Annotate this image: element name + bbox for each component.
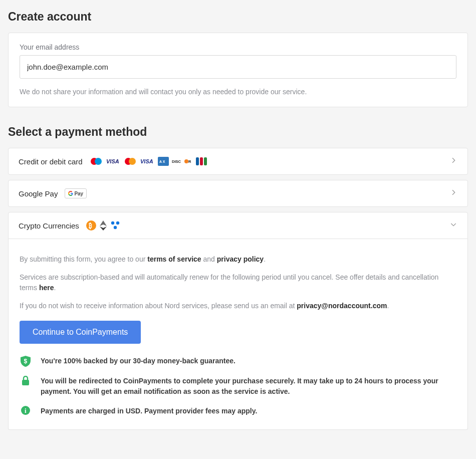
gpay-icon: Pay [65,188,87,198]
svg-rect-22 [22,380,29,385]
payment-option-crypto[interactable]: Crypto Currencies ₿ [8,212,468,239]
payment-option-card[interactable]: Credit or debit card VISA VISA A X [8,148,468,175]
trust-item-redirect: You will be redirected to CoinPayments t… [20,376,456,397]
chevron-down-icon [449,220,457,231]
ripple-icon [110,221,120,230]
svg-text:VISA: VISA [106,158,119,164]
svg-point-1 [95,158,102,165]
payment-option-label: Credit or debit card [19,157,83,166]
payment-method-list: Credit or debit card VISA VISA A X [8,148,468,430]
bitcoin-icon: ₿ [86,221,96,230]
mastercard-icon [124,157,137,166]
svg-text:A X: A X [159,160,165,163]
legal-text-subscription: Services are subscription-based and will… [20,272,456,294]
chevron-right-icon [449,188,457,198]
trust-text: You will be redirected to CoinPayments t… [41,376,456,397]
lock-icon [20,376,32,386]
amex-icon: A X [158,157,169,166]
payment-method-title: Select a payment method [8,125,468,139]
crypto-expanded-body: By submitting this form, you agree to ou… [8,239,468,430]
crypto-icons: ₿ [86,221,120,230]
contact-email-link[interactable]: privacy@nordaccount.com [297,302,387,310]
trust-item-guarantee: $ You're 100% backed by our 30-day money… [20,356,456,367]
svg-text:R: R [188,159,191,164]
svg-marker-17 [100,226,107,231]
svg-point-18 [111,221,114,224]
trust-list: $ You're 100% backed by our 30-day money… [20,356,456,416]
svg-rect-13 [204,157,207,165]
card-brand-icons: VISA VISA A X DISCR [90,157,207,166]
svg-rect-12 [200,157,203,165]
svg-point-9 [184,159,188,163]
legal-text-fragment: If you do not wish to receive informatio… [20,302,297,310]
legal-text-fragment: Services are subscription-based and will… [20,273,438,292]
trust-text-content: Payments are charged in USD. Payment pro… [41,407,257,415]
trust-text: You're 100% backed by our 30-day money-b… [41,356,235,366]
maestro-icon [90,157,103,166]
visa-icon: VISA [106,157,121,166]
email-helper-text: We do not share your information and wil… [20,88,456,96]
legal-text-fragment: By submitting this form, you agree to ou… [20,255,147,263]
legal-text-optout: If you do not wish to receive informatio… [20,301,456,312]
payment-option-label: Google Pay [19,189,58,198]
trust-text-content: You're 100% backed by our 30-day money-b… [41,357,235,365]
svg-text:₿: ₿ [89,222,92,230]
svg-text:VISA: VISA [140,158,153,164]
googlepay-icons: Pay [65,188,87,198]
svg-marker-16 [100,220,107,226]
discover-icon: DISCR [172,157,193,166]
jcb-icon [196,157,207,166]
tos-link[interactable]: terms of service [147,255,201,263]
legal-text-fragment: . [264,255,266,263]
chevron-right-icon [449,156,457,166]
create-account-card: Your email address We do not share your … [8,33,468,107]
svg-point-20 [114,226,117,229]
svg-text:$: $ [24,358,28,365]
here-link[interactable]: here [39,284,54,292]
svg-rect-11 [196,157,199,165]
svg-point-19 [116,221,119,224]
create-account-title: Create account [8,10,468,24]
payment-option-label: Crypto Currencies [19,221,79,230]
svg-text:i: i [25,407,27,414]
legal-text-fragment: and [201,255,217,263]
trust-item-fees: i Payments are charged in USD. Payment p… [20,406,456,416]
continue-button[interactable]: Continue to CoinPayments [20,321,141,344]
svg-text:DISC: DISC [172,159,181,164]
info-icon: i [20,406,32,415]
legal-text-tos: By submitting this form, you agree to ou… [20,254,456,265]
ethereum-icon [99,221,107,230]
trust-text-content: You will be redirected to CoinPayments t… [41,377,438,395]
legal-text-fragment: . [54,284,56,292]
payment-option-googlepay[interactable]: Google Pay Pay [8,180,468,207]
shield-icon: $ [20,356,32,367]
legal-text-fragment: . [387,302,389,310]
privacy-link[interactable]: privacy policy [217,255,264,263]
email-field[interactable] [20,55,456,79]
svg-point-4 [129,158,136,165]
trust-text: Payments are charged in USD. Payment pro… [41,406,257,416]
visa-dark-icon: VISA [140,157,155,166]
email-label: Your email address [20,43,456,51]
